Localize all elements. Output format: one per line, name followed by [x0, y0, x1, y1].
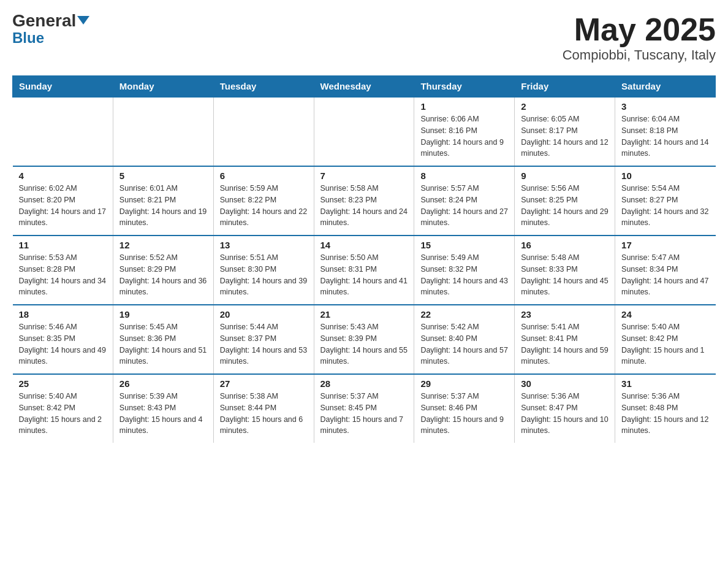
calendar-cell: 8Sunrise: 5:57 AMSunset: 8:24 PMDaylight…	[414, 166, 515, 236]
calendar-cell: 17Sunrise: 5:47 AMSunset: 8:34 PMDayligh…	[615, 236, 716, 305]
calendar-week-row: 11Sunrise: 5:53 AMSunset: 8:28 PMDayligh…	[13, 236, 716, 305]
day-number: 30	[521, 378, 609, 389]
day-number: 16	[521, 240, 609, 250]
day-info: Sunrise: 5:36 AMSunset: 8:48 PMDaylight:…	[621, 391, 709, 437]
calendar-cell: 25Sunrise: 5:40 AMSunset: 8:42 PMDayligh…	[13, 374, 113, 443]
day-info: Sunrise: 5:49 AMSunset: 8:32 PMDaylight:…	[420, 252, 508, 298]
day-info: Sunrise: 5:41 AMSunset: 8:41 PMDaylight:…	[521, 321, 609, 367]
logo-general: General	[12, 12, 89, 29]
day-header-sunday: Sunday	[13, 76, 113, 98]
day-info: Sunrise: 5:46 AMSunset: 8:35 PMDaylight:…	[19, 321, 107, 367]
day-info: Sunrise: 5:37 AMSunset: 8:45 PMDaylight:…	[320, 391, 408, 437]
calendar-subtitle: Compiobbi, Tuscany, Italy	[563, 47, 716, 63]
day-number: 1	[420, 101, 508, 112]
calendar-week-row: 4Sunrise: 6:02 AMSunset: 8:20 PMDaylight…	[13, 166, 716, 236]
calendar-cell: 15Sunrise: 5:49 AMSunset: 8:32 PMDayligh…	[414, 236, 515, 305]
day-number: 21	[320, 309, 408, 320]
day-info: Sunrise: 6:05 AMSunset: 8:17 PMDaylight:…	[521, 113, 609, 159]
day-number: 8	[420, 170, 508, 181]
day-number: 5	[119, 170, 207, 181]
calendar-cell: 5Sunrise: 6:01 AMSunset: 8:21 PMDaylight…	[113, 166, 213, 236]
day-number: 12	[119, 240, 207, 250]
day-info: Sunrise: 6:02 AMSunset: 8:20 PMDaylight:…	[19, 183, 107, 229]
logo-blue: Blue	[12, 31, 44, 45]
day-header-tuesday: Tuesday	[213, 76, 314, 98]
day-number: 6	[220, 170, 308, 181]
day-number: 28	[320, 378, 408, 389]
day-info: Sunrise: 5:40 AMSunset: 8:42 PMDaylight:…	[621, 321, 709, 367]
day-info: Sunrise: 5:37 AMSunset: 8:46 PMDaylight:…	[420, 391, 508, 437]
calendar-week-row: 18Sunrise: 5:46 AMSunset: 8:35 PMDayligh…	[13, 305, 716, 374]
calendar-cell: 23Sunrise: 5:41 AMSunset: 8:41 PMDayligh…	[515, 305, 615, 374]
calendar-cell: 2Sunrise: 6:05 AMSunset: 8:17 PMDaylight…	[515, 97, 615, 166]
calendar-cell: 12Sunrise: 5:52 AMSunset: 8:29 PMDayligh…	[113, 236, 213, 305]
day-number: 14	[320, 240, 408, 250]
calendar-cell: 21Sunrise: 5:43 AMSunset: 8:39 PMDayligh…	[314, 305, 414, 374]
calendar-cell: 10Sunrise: 5:54 AMSunset: 8:27 PMDayligh…	[615, 166, 716, 236]
day-number: 19	[119, 309, 207, 320]
day-number: 7	[320, 170, 408, 181]
day-header-monday: Monday	[113, 76, 213, 98]
calendar-cell: 26Sunrise: 5:39 AMSunset: 8:43 PMDayligh…	[113, 374, 213, 443]
day-info: Sunrise: 5:42 AMSunset: 8:40 PMDaylight:…	[420, 321, 508, 367]
day-info: Sunrise: 5:54 AMSunset: 8:27 PMDaylight:…	[621, 183, 709, 229]
calendar-cell	[113, 97, 213, 166]
day-info: Sunrise: 5:57 AMSunset: 8:24 PMDaylight:…	[420, 183, 508, 229]
calendar-cell: 30Sunrise: 5:36 AMSunset: 8:47 PMDayligh…	[515, 374, 615, 443]
calendar-cell: 19Sunrise: 5:45 AMSunset: 8:36 PMDayligh…	[113, 305, 213, 374]
calendar-cell: 9Sunrise: 5:56 AMSunset: 8:25 PMDaylight…	[515, 166, 615, 236]
calendar-cell: 22Sunrise: 5:42 AMSunset: 8:40 PMDayligh…	[414, 305, 515, 374]
day-number: 23	[521, 309, 609, 320]
calendar-cell	[314, 97, 414, 166]
day-number: 25	[19, 378, 107, 389]
day-number: 31	[621, 378, 709, 389]
day-number: 13	[220, 240, 308, 250]
day-number: 9	[521, 170, 609, 181]
calendar-cell: 3Sunrise: 6:04 AMSunset: 8:18 PMDaylight…	[615, 97, 716, 166]
day-info: Sunrise: 5:59 AMSunset: 8:22 PMDaylight:…	[220, 183, 308, 229]
day-number: 29	[420, 378, 508, 389]
day-header-friday: Friday	[515, 76, 615, 98]
day-number: 20	[220, 309, 308, 320]
logo-arrow-icon	[77, 16, 89, 25]
day-info: Sunrise: 6:06 AMSunset: 8:16 PMDaylight:…	[420, 113, 508, 159]
day-info: Sunrise: 5:39 AMSunset: 8:43 PMDaylight:…	[119, 391, 207, 437]
day-info: Sunrise: 5:36 AMSunset: 8:47 PMDaylight:…	[521, 391, 609, 437]
calendar-cell: 24Sunrise: 5:40 AMSunset: 8:42 PMDayligh…	[615, 305, 716, 374]
calendar-cell	[13, 97, 113, 166]
calendar-cell: 28Sunrise: 5:37 AMSunset: 8:45 PMDayligh…	[314, 374, 414, 443]
day-info: Sunrise: 5:38 AMSunset: 8:44 PMDaylight:…	[220, 391, 308, 437]
day-number: 10	[621, 170, 709, 181]
calendar-cell: 20Sunrise: 5:44 AMSunset: 8:37 PMDayligh…	[213, 305, 314, 374]
calendar-title: May 2025	[563, 12, 716, 47]
calendar-cell: 13Sunrise: 5:51 AMSunset: 8:30 PMDayligh…	[213, 236, 314, 305]
day-number: 22	[420, 309, 508, 320]
day-info: Sunrise: 6:04 AMSunset: 8:18 PMDaylight:…	[621, 113, 709, 159]
title-area: May 2025 Compiobbi, Tuscany, Italy	[563, 12, 716, 63]
logo: General Blue	[12, 12, 89, 45]
day-header-wednesday: Wednesday	[314, 76, 414, 98]
day-info: Sunrise: 5:52 AMSunset: 8:29 PMDaylight:…	[119, 252, 207, 298]
calendar-header-row: SundayMondayTuesdayWednesdayThursdayFrid…	[13, 76, 716, 98]
calendar-week-row: 1Sunrise: 6:06 AMSunset: 8:16 PMDaylight…	[13, 97, 716, 166]
day-info: Sunrise: 5:56 AMSunset: 8:25 PMDaylight:…	[521, 183, 609, 229]
day-number: 11	[19, 240, 107, 250]
calendar-cell	[213, 97, 314, 166]
day-number: 15	[420, 240, 508, 250]
day-info: Sunrise: 5:44 AMSunset: 8:37 PMDaylight:…	[220, 321, 308, 367]
calendar-cell: 1Sunrise: 6:06 AMSunset: 8:16 PMDaylight…	[414, 97, 515, 166]
calendar-week-row: 25Sunrise: 5:40 AMSunset: 8:42 PMDayligh…	[13, 374, 716, 443]
day-info: Sunrise: 5:51 AMSunset: 8:30 PMDaylight:…	[220, 252, 308, 298]
day-info: Sunrise: 5:47 AMSunset: 8:34 PMDaylight:…	[621, 252, 709, 298]
day-number: 24	[621, 309, 709, 320]
calendar-cell: 29Sunrise: 5:37 AMSunset: 8:46 PMDayligh…	[414, 374, 515, 443]
day-info: Sunrise: 5:45 AMSunset: 8:36 PMDaylight:…	[119, 321, 207, 367]
calendar-cell: 31Sunrise: 5:36 AMSunset: 8:48 PMDayligh…	[615, 374, 716, 443]
day-number: 3	[621, 101, 709, 112]
day-info: Sunrise: 6:01 AMSunset: 8:21 PMDaylight:…	[119, 183, 207, 229]
calendar-cell: 27Sunrise: 5:38 AMSunset: 8:44 PMDayligh…	[213, 374, 314, 443]
calendar-cell: 6Sunrise: 5:59 AMSunset: 8:22 PMDaylight…	[213, 166, 314, 236]
day-header-saturday: Saturday	[615, 76, 716, 98]
calendar-cell: 16Sunrise: 5:48 AMSunset: 8:33 PMDayligh…	[515, 236, 615, 305]
day-number: 26	[119, 378, 207, 389]
